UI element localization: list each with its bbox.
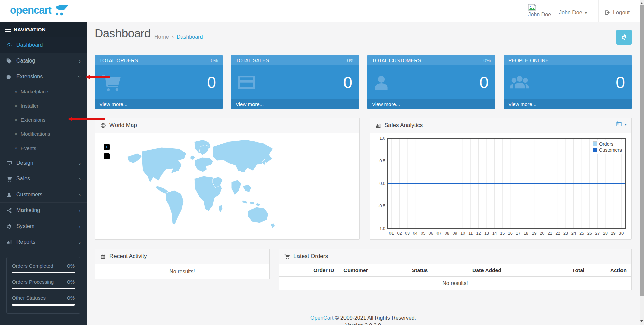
- stat-value: 0%: [67, 279, 75, 285]
- sidebar-item-system[interactable]: System: [0, 218, 87, 234]
- sidebar-subitem-label: Extensions: [21, 117, 45, 123]
- chevron-right-icon: [79, 176, 81, 181]
- page-scrollbar[interactable]: [640, 0, 644, 325]
- svg-text:22: 22: [555, 231, 560, 236]
- panel-title: Latest Orders: [293, 253, 328, 260]
- opencart-footer-link[interactable]: OpenCart: [310, 315, 333, 321]
- legend-color-box: [593, 148, 597, 152]
- column-total: Total: [525, 264, 589, 277]
- svg-text:11: 11: [468, 231, 473, 236]
- sidebar-item-marketing[interactable]: Marketing: [0, 202, 87, 218]
- monitor-icon: [6, 160, 12, 166]
- sales-analytics-panel: Sales Analytics 010203040506070809101112…: [370, 118, 632, 240]
- card-body: 0: [367, 65, 495, 99]
- panels-row: World Map: [95, 118, 632, 240]
- stat-cards-row: TOTAL ORDERS 0% 0 View more... TOTAL SAL…: [95, 55, 632, 109]
- gear-icon: [621, 34, 627, 40]
- world-map-panel: World Map: [95, 118, 360, 240]
- sidebar-item-dashboard[interactable]: Dashboard: [0, 37, 87, 53]
- sidebar-order-stats: Orders Completed 0% Orders Processing 0%…: [6, 257, 80, 314]
- card-header: TOTAL ORDERS 0%: [95, 55, 223, 65]
- table-header-row: Order ID Customer Status Date Added Tota…: [279, 264, 631, 277]
- sidebar-subitem-label: Events: [21, 145, 36, 151]
- panel-title: World Map: [109, 122, 137, 129]
- panel-header: Latest Orders: [279, 249, 631, 264]
- topbar-right: John Doe John Doe Logout: [528, 0, 630, 22]
- calendar-icon: [100, 254, 106, 259]
- user-dropdown[interactable]: John Doe: [556, 8, 590, 18]
- svg-text:25: 25: [579, 231, 584, 236]
- card-value: 0: [207, 73, 216, 91]
- progress-bar: [12, 272, 75, 273]
- scrollbar-thumb[interactable]: [640, 5, 644, 296]
- svg-text:29: 29: [611, 231, 616, 236]
- page-header: Dashboard Home Dashboard: [87, 22, 640, 50]
- svg-text:0.5: 0.5: [380, 159, 385, 163]
- table-empty-row: No results!: [279, 277, 631, 290]
- sidebar-item-design[interactable]: Design: [0, 155, 87, 171]
- card-title: TOTAL CUSTOMERS: [372, 57, 421, 63]
- scrollbar-down-arrow-icon[interactable]: [640, 320, 643, 324]
- sidebar-subitem-installer[interactable]: » Installer: [0, 98, 87, 113]
- legend-label: Customers: [599, 147, 622, 153]
- panels-row-2: Recent Activity No results! Latest Order…: [95, 249, 632, 290]
- share-icon: [6, 208, 12, 213]
- cart-icon: [6, 176, 12, 182]
- breadcrumb-current-link[interactable]: Dashboard: [177, 34, 203, 40]
- view-more-link[interactable]: View more...: [231, 99, 359, 109]
- view-more-link[interactable]: View more...: [95, 99, 223, 109]
- map-zoom-in-button[interactable]: +: [104, 144, 110, 150]
- sidebar-subitem-label: Marketplace: [21, 89, 48, 94]
- card-percent: 0%: [483, 57, 491, 63]
- sidebar-subitem-modifications[interactable]: » Modifications: [0, 127, 87, 141]
- opencart-logo-text: opencart: [10, 4, 51, 17]
- panel-title: Recent Activity: [109, 253, 147, 260]
- sidebar-item-reports[interactable]: Reports: [0, 234, 87, 250]
- sidebar-item-catalog[interactable]: Catalog: [0, 53, 87, 69]
- copyright-text: © 2009-2021 All Rights Reserved.: [335, 315, 416, 321]
- sidebar-subitem-events[interactable]: » Events: [0, 141, 87, 155]
- version-text: Version 3.0.3.8: [87, 322, 640, 325]
- card-title: PEOPLE ONLINE: [508, 57, 549, 63]
- map-zoom-out-button[interactable]: −: [104, 153, 110, 159]
- annotation-arrow-extensions-menu: [88, 76, 110, 78]
- panel-header: Sales Analytics: [370, 118, 631, 133]
- card-title: TOTAL ORDERS: [99, 57, 138, 63]
- svg-text:27: 27: [595, 231, 600, 236]
- svg-text:09: 09: [453, 231, 457, 236]
- hamburger-icon[interactable]: [5, 28, 11, 32]
- bar-chart-icon: [6, 239, 12, 245]
- dashboard-settings-button[interactable]: [616, 30, 632, 45]
- opencart-logo[interactable]: opencart: [10, 4, 70, 17]
- double-chevron-icon: »: [15, 103, 17, 108]
- logout-button[interactable]: Logout: [605, 10, 630, 16]
- breadcrumb-separator: [172, 34, 174, 40]
- sidebar-subitem-marketplace[interactable]: » Marketplace: [0, 84, 87, 98]
- svg-text:1.0: 1.0: [380, 136, 385, 141]
- svg-text:30: 30: [619, 231, 624, 236]
- recent-activity-empty: No results!: [95, 264, 269, 279]
- chevron-right-icon: [79, 208, 81, 213]
- world-map-graphic[interactable]: [125, 139, 282, 235]
- card-people-online: PEOPLE ONLINE 0 View more...: [504, 55, 632, 109]
- latest-orders-panel: Latest Orders Order ID Customer Status D…: [279, 249, 632, 290]
- sidebar-item-customers[interactable]: Customers: [0, 187, 87, 202]
- page-title: Dashboard: [95, 27, 151, 40]
- date-range-dropdown[interactable]: [616, 121, 627, 127]
- view-more-link[interactable]: View more...: [367, 99, 495, 109]
- sidebar-subitem-extensions[interactable]: » Extensions: [0, 113, 87, 127]
- sidebar-item-label: Dashboard: [16, 42, 43, 48]
- sidebar-item-extensions[interactable]: Extensions: [0, 69, 87, 84]
- column-order-id: Order ID: [279, 264, 339, 277]
- user-icon: [6, 192, 12, 198]
- card-header: TOTAL CUSTOMERS 0%: [367, 55, 495, 65]
- sidebar-item-sales[interactable]: Sales: [0, 171, 87, 187]
- card-title: TOTAL SALES: [236, 57, 269, 63]
- stat-label: Other Statuses: [12, 295, 46, 301]
- scrollbar-up-arrow-icon[interactable]: [640, 1, 643, 4]
- logout-icon: [605, 10, 610, 15]
- view-more-link[interactable]: View more...: [504, 99, 632, 109]
- card-percent: 0%: [211, 57, 218, 63]
- breadcrumb-home-link[interactable]: Home: [154, 34, 169, 40]
- copyright-line: OpenCart © 2009-2021 All Rights Reserved…: [87, 314, 640, 322]
